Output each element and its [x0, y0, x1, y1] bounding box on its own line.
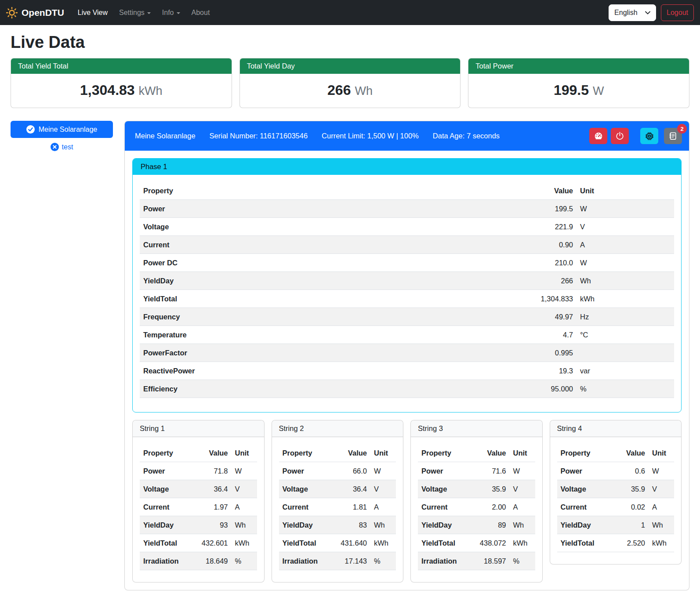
value-cell: 35.9	[469, 480, 510, 498]
value-cell: 438.072	[469, 534, 510, 552]
column-header: Property	[557, 444, 609, 462]
string-2-card: String 2 PropertyValueUnitPower66.0WVolt…	[272, 420, 404, 583]
table-header-row: PropertyValueUnit	[557, 444, 675, 462]
card-title: Total Yield Day	[240, 58, 461, 74]
unit-cell: W	[510, 462, 535, 480]
table-row: YieldDay83Wh	[279, 516, 396, 534]
table-row: Power DC210.0W	[140, 254, 674, 272]
string-4-title: String 4	[550, 420, 682, 437]
phase-1-title: Phase 1	[133, 159, 681, 175]
table-row: ReactivePower19.3var	[140, 362, 674, 380]
table-header-row: PropertyValueUnit	[140, 182, 674, 200]
card-value: 199.5	[554, 82, 589, 98]
property-cell: Current	[557, 498, 609, 516]
logout-button[interactable]: Logout	[661, 4, 694, 21]
unit-cell: var	[577, 362, 674, 380]
inverter-data-age: Data Age: 7 seconds	[433, 132, 500, 140]
nav-item-about[interactable]: About	[186, 5, 216, 20]
page-title: Live Data	[11, 33, 689, 52]
column-header: Property	[279, 444, 330, 462]
value-cell: 93	[191, 516, 232, 534]
nav-item-settings[interactable]: Settings	[113, 5, 156, 20]
property-cell: Current	[279, 498, 330, 516]
nav-item-live-view[interactable]: Live View	[72, 5, 113, 20]
limit-settings-button[interactable]	[589, 128, 607, 144]
property-cell: Power	[140, 462, 191, 480]
property-cell: Voltage	[140, 218, 506, 236]
card-title: Total Yield Total	[11, 58, 232, 74]
property-cell: Irradiation	[140, 552, 191, 570]
total-power-card: Total Power 199.5 W	[468, 58, 689, 108]
language-select[interactable]: English	[609, 4, 656, 21]
property-cell: Current	[418, 498, 469, 516]
brand-label: OpenDTU	[22, 7, 64, 18]
unit-cell: A	[232, 498, 257, 516]
unit-cell: A	[510, 498, 535, 516]
card-value: 1,304.83	[80, 82, 135, 98]
table-row: Frequency49.97Hz	[140, 308, 674, 326]
table-row: Current0.02A	[557, 498, 675, 516]
inverter-link-test[interactable]: test	[11, 143, 113, 151]
inverter-select-label: Meine Solaranlage	[39, 126, 97, 134]
unit-cell: W	[649, 462, 674, 480]
table-row: Power71.8W	[140, 462, 257, 480]
unit-cell: Wh	[510, 516, 535, 534]
table-row: Current0.90A	[140, 236, 674, 254]
value-cell: 1.97	[191, 498, 232, 516]
total-yield-day-card: Total Yield Day 266 Wh	[239, 58, 461, 108]
value-cell: 0.6	[608, 462, 649, 480]
inverter-link-label: test	[62, 143, 73, 151]
card-title: Total Power	[468, 58, 689, 74]
nav-item-info[interactable]: Info	[156, 5, 186, 20]
property-cell: Efficiency	[140, 380, 506, 398]
inverter-limit: Current Limit: 1,500 W | 100%	[322, 132, 419, 140]
sun-logo-icon	[6, 7, 18, 18]
value-cell: 35.9	[608, 480, 649, 498]
chevron-down-icon	[147, 12, 151, 14]
table-row: YieldDay93Wh	[140, 516, 257, 534]
string-3-table: PropertyValueUnitPower71.6WVoltage35.9VC…	[418, 444, 535, 570]
chevron-down-icon	[645, 11, 650, 14]
property-cell: Voltage	[557, 480, 609, 498]
property-cell: YieldDay	[557, 516, 609, 534]
unit-cell: °C	[577, 326, 674, 344]
table-row: Voltage36.4V	[279, 480, 396, 498]
property-cell: PowerFactor	[140, 344, 506, 362]
unit-cell: Wh	[370, 516, 396, 534]
column-header: Unit	[510, 444, 535, 462]
value-cell: 1.81	[330, 498, 370, 516]
inverter-select-button[interactable]: Meine Solaranlage	[11, 121, 113, 138]
card-unit: Wh	[355, 84, 373, 98]
main-content: Live Data Total Yield Total 1,304.83 kWh…	[0, 33, 700, 595]
unit-cell: %	[370, 552, 396, 570]
value-cell: 431.640	[330, 534, 370, 552]
event-log-button[interactable]: 2	[664, 128, 682, 144]
value-cell: 18.597	[469, 552, 510, 570]
column-header: Value	[330, 444, 370, 462]
cpu-icon	[645, 131, 654, 141]
property-cell: Frequency	[140, 308, 506, 326]
power-settings-button[interactable]	[611, 128, 629, 144]
value-cell: 18.649	[191, 552, 232, 570]
column-header: Unit	[370, 444, 396, 462]
table-row: YieldDay266Wh	[140, 272, 674, 290]
table-row: Irradiation17.143%	[279, 552, 396, 570]
value-cell: 1	[608, 516, 649, 534]
property-cell: Irradiation	[418, 552, 469, 570]
power-icon	[615, 131, 624, 141]
string-1-title: String 1	[133, 420, 264, 437]
table-row: YieldTotal2.520kWh	[557, 534, 675, 552]
property-cell: Power	[279, 462, 330, 480]
table-row: Voltage35.9V	[418, 480, 535, 498]
unit-cell: Wh	[577, 272, 674, 290]
property-cell: YieldTotal	[140, 290, 506, 308]
unit-cell: kWh	[649, 534, 674, 552]
property-cell: YieldTotal	[140, 534, 191, 552]
brand[interactable]: OpenDTU	[6, 7, 64, 18]
table-header-row: PropertyValueUnit	[418, 444, 535, 462]
table-row: Irradiation18.597%	[418, 552, 535, 570]
inverter-info-button[interactable]	[640, 128, 658, 144]
check-circle-icon	[26, 125, 35, 134]
value-cell: 17.143	[330, 552, 370, 570]
property-cell: Voltage	[279, 480, 330, 498]
